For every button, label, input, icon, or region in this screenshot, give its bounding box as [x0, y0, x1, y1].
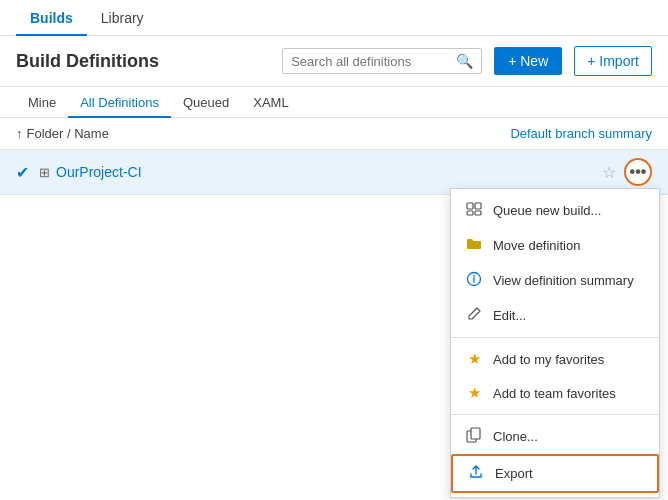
summary-icon	[465, 271, 483, 290]
definition-row: ✔ ⊞ OurProject-CI ☆ ••• Queue new build.…	[0, 150, 668, 195]
subtab-mine[interactable]: Mine	[16, 87, 68, 118]
menu-item-fav-my[interactable]: ★ Add to my favorites	[451, 342, 659, 376]
clone-icon	[465, 427, 483, 446]
new-button[interactable]: + New	[494, 47, 562, 75]
star-filled-icon-team: ★	[465, 384, 483, 402]
definition-name[interactable]: OurProject-CI	[56, 164, 142, 180]
menu-item-export[interactable]: Export	[451, 454, 659, 493]
menu-label-clone: Clone...	[493, 429, 538, 444]
export-icon	[467, 464, 485, 483]
sort-folder-name[interactable]: ↑ Folder / Name	[16, 126, 109, 141]
table-header: ↑ Folder / Name Default branch summary	[0, 118, 668, 150]
menu-divider-2	[451, 414, 659, 415]
tab-builds[interactable]: Builds	[16, 0, 87, 36]
def-structure-icon: ⊞	[39, 165, 50, 180]
subtab-all-definitions[interactable]: All Definitions	[68, 87, 171, 118]
svg-rect-0	[467, 203, 473, 209]
svg-rect-2	[467, 211, 473, 215]
subtab-xaml[interactable]: XAML	[241, 87, 300, 118]
top-nav: Builds Library	[0, 0, 668, 36]
more-options-button[interactable]: •••	[624, 158, 652, 186]
menu-item-fav-team[interactable]: ★ Add to team favorites	[451, 376, 659, 410]
menu-label-fav-my: Add to my favorites	[493, 352, 604, 367]
menu-label-view: View definition summary	[493, 273, 634, 288]
tab-library[interactable]: Library	[87, 0, 158, 36]
menu-label-edit: Edit...	[493, 308, 526, 323]
menu-item-edit[interactable]: Edit...	[451, 298, 659, 333]
search-icon: 🔍	[456, 53, 473, 69]
search-box[interactable]: 🔍	[282, 48, 482, 74]
subtab-queued[interactable]: Queued	[171, 87, 241, 118]
sort-label: Folder / Name	[27, 126, 109, 141]
pencil-icon	[465, 306, 483, 325]
page-title: Build Definitions	[16, 51, 159, 72]
branch-summary-label: Default branch summary	[510, 126, 652, 141]
sub-tabs: Mine All Definitions Queued XAML	[0, 87, 668, 118]
menu-label-export: Export	[495, 466, 533, 481]
menu-label-queue: Queue new build...	[493, 203, 601, 218]
menu-item-clone[interactable]: Clone...	[451, 419, 659, 454]
menu-divider-1	[451, 337, 659, 338]
check-icon: ✔	[16, 163, 29, 182]
svg-rect-8	[471, 428, 480, 439]
menu-item-queue[interactable]: Queue new build...	[451, 193, 659, 228]
svg-point-6	[473, 275, 475, 277]
menu-item-move[interactable]: Move definition	[451, 228, 659, 263]
menu-item-view[interactable]: View definition summary	[451, 263, 659, 298]
svg-rect-1	[475, 203, 481, 209]
context-menu: Queue new build... Move definition View …	[450, 188, 660, 498]
import-button[interactable]: + Import	[574, 46, 652, 76]
menu-label-fav-team: Add to team favorites	[493, 386, 616, 401]
sort-arrow-icon: ↑	[16, 126, 23, 141]
menu-label-move: Move definition	[493, 238, 580, 253]
folder-icon	[465, 236, 483, 255]
star-filled-icon-my: ★	[465, 350, 483, 368]
svg-rect-3	[475, 211, 481, 215]
star-icon[interactable]: ☆	[602, 163, 616, 182]
search-input[interactable]	[291, 54, 452, 69]
header: Build Definitions 🔍 + New + Import	[0, 36, 668, 87]
queue-icon	[465, 201, 483, 220]
